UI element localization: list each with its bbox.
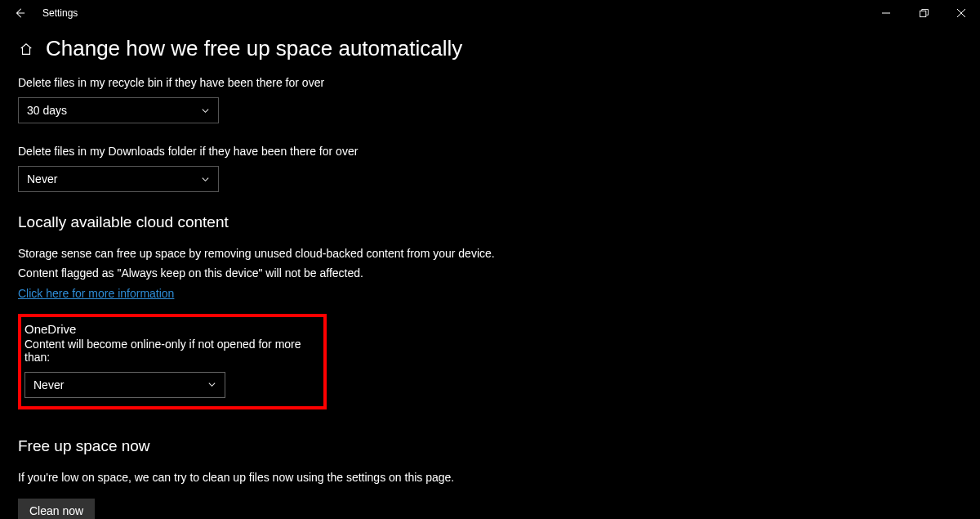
recycle-bin-label: Delete files in my recycle bin if they h…: [18, 76, 980, 89]
window-controls: [867, 0, 980, 26]
page-content: Change how we free up space automaticall…: [0, 26, 980, 519]
cloud-desc-1: Storage sense can free up space by remov…: [18, 244, 980, 264]
back-button[interactable]: [11, 5, 28, 21]
minimize-button[interactable]: [867, 0, 905, 26]
cloud-desc-2: Content flagged as "Always keep on this …: [18, 264, 980, 284]
title-bar: Settings: [0, 0, 980, 26]
maximize-icon: [920, 9, 929, 18]
house-icon: [19, 42, 33, 56]
cloud-content-heading: Locally available cloud content: [18, 213, 980, 231]
app-title: Settings: [42, 7, 78, 19]
svg-rect-0: [920, 11, 925, 16]
chevron-down-icon: [200, 105, 210, 115]
close-button[interactable]: [942, 0, 980, 26]
onedrive-title: OneDrive: [24, 322, 315, 336]
free-up-heading: Free up space now: [18, 437, 980, 455]
maximize-button[interactable]: [905, 0, 942, 26]
onedrive-highlight: OneDrive Content will become online-only…: [18, 314, 327, 409]
page-title: Change how we free up space automaticall…: [46, 36, 462, 61]
downloads-dropdown[interactable]: Never: [18, 166, 219, 192]
page-header: Change how we free up space automaticall…: [18, 36, 980, 61]
onedrive-value: Never: [33, 378, 64, 391]
home-icon[interactable]: [18, 41, 34, 57]
close-icon: [957, 9, 965, 17]
chevron-down-icon: [207, 380, 216, 390]
arrow-left-icon: [14, 7, 25, 19]
clean-now-button[interactable]: Clean now: [18, 499, 95, 519]
chevron-down-icon: [200, 174, 210, 184]
more-info-link[interactable]: Click here for more information: [18, 287, 174, 300]
recycle-bin-dropdown[interactable]: 30 days: [18, 97, 219, 123]
downloads-value: Never: [27, 172, 57, 186]
onedrive-dropdown[interactable]: Never: [24, 372, 225, 398]
minimize-icon: [882, 9, 890, 17]
recycle-bin-value: 30 days: [27, 104, 67, 117]
downloads-label: Delete files in my Downloads folder if t…: [18, 145, 980, 158]
free-up-desc: If you're low on space, we can try to cl…: [18, 468, 980, 488]
onedrive-subtitle: Content will become online-only if not o…: [24, 338, 315, 364]
